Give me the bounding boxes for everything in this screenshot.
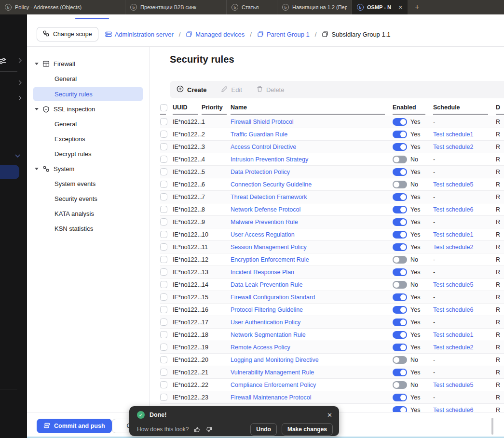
change-scope-button[interactable]: Change scope <box>37 27 98 41</box>
select-all-checkbox[interactable] <box>160 104 167 111</box>
row-checkbox[interactable] <box>160 256 167 263</box>
row-checkbox[interactable] <box>160 206 167 213</box>
browser-tab[interactable]: bПрезентации B2B синк <box>125 0 227 14</box>
tree-item-security-events[interactable]: Security events <box>27 191 149 206</box>
enabled-toggle[interactable] <box>393 331 407 339</box>
tree-item-general[interactable]: General <box>27 71 149 86</box>
rule-name-link[interactable]: Logging and Monitoring Directive <box>231 357 393 363</box>
rule-name-link[interactable]: Encryption Enforcement Rule <box>231 256 393 263</box>
row-checkbox[interactable] <box>160 218 167 226</box>
schedule-cell[interactable]: Test schedule1 <box>433 231 496 238</box>
tree-item-security-rules[interactable]: Security rules <box>33 87 143 101</box>
row-checkbox[interactable] <box>160 281 167 288</box>
rail-selected-item[interactable] <box>0 165 19 179</box>
browser-tab[interactable]: bOSMP - NGFW✕ <box>352 0 408 14</box>
enabled-toggle[interactable] <box>393 206 407 213</box>
enabled-toggle[interactable] <box>393 356 407 364</box>
new-tab-button[interactable]: + <box>408 0 427 14</box>
chevron-right-icon[interactable] <box>17 80 22 85</box>
row-checkbox[interactable] <box>160 156 167 163</box>
breadcrumb-item[interactable]: Administration server <box>105 31 174 38</box>
rule-name-link[interactable]: Remote Access Policy <box>231 344 393 351</box>
enabled-toggle[interactable] <box>393 281 407 289</box>
rule-name-link[interactable]: Network Segmentation Rule <box>231 332 393 338</box>
enabled-toggle[interactable] <box>393 394 407 401</box>
make-changes-button[interactable]: Make changes <box>282 423 333 436</box>
enabled-toggle[interactable] <box>393 218 407 226</box>
enabled-toggle[interactable] <box>393 143 407 151</box>
undo-button[interactable]: Undo <box>250 423 277 436</box>
enabled-toggle[interactable] <box>393 369 407 376</box>
rule-name-link[interactable]: Firewall Configuration Standard <box>231 294 393 301</box>
enabled-toggle[interactable] <box>393 306 407 314</box>
tree-item-firewall[interactable]: Firewall <box>27 56 149 71</box>
chevron-right-icon[interactable] <box>17 58 22 63</box>
enabled-toggle[interactable] <box>393 131 407 138</box>
schedule-cell[interactable]: Test schedule5 <box>433 281 496 288</box>
row-checkbox[interactable] <box>160 243 167 251</box>
rule-name-link[interactable]: Vulnerability Management Rule <box>231 369 393 376</box>
rule-name-link[interactable]: Intrusion Prevention Strategy <box>231 156 393 163</box>
schedule-cell[interactable]: Test schedule2 <box>433 244 496 251</box>
browser-tab[interactable]: bPolicy - Addresses (Objects) <box>0 0 125 14</box>
browser-tab[interactable]: bСтатья <box>227 0 277 14</box>
enabled-toggle[interactable] <box>393 243 407 251</box>
chevron-down-icon[interactable] <box>15 153 20 158</box>
tab-close-icon[interactable]: ✕ <box>398 4 403 11</box>
tree-item-general[interactable]: General <box>27 117 149 132</box>
close-icon[interactable]: ✕ <box>327 411 332 419</box>
enabled-toggle[interactable] <box>393 319 407 326</box>
rule-name-link[interactable]: User Authentication Policy <box>231 319 393 326</box>
schedule-cell[interactable]: Test schedule5 <box>433 181 496 188</box>
schedule-cell[interactable]: Test schedule1 <box>433 332 496 338</box>
rule-name-link[interactable]: User Access Regulation <box>231 231 393 238</box>
enabled-toggle[interactable] <box>393 293 407 301</box>
rule-name-link[interactable]: Protocol Filtering Guideline <box>231 306 393 313</box>
commit-and-push-button[interactable]: Commit and push <box>37 419 112 433</box>
breadcrumb-item[interactable]: Parent Group 1 <box>257 31 310 38</box>
row-checkbox[interactable] <box>160 118 167 125</box>
schedule-cell[interactable]: Test schedule6 <box>433 206 496 213</box>
enabled-toggle[interactable] <box>393 181 407 188</box>
thumbs-down-icon[interactable] <box>205 426 213 433</box>
rule-name-link[interactable]: Data Leak Prevention Rule <box>231 281 393 288</box>
schedule-cell[interactable]: Test schedule2 <box>433 344 496 351</box>
tree-item-system-events[interactable]: System events <box>27 176 149 191</box>
delete-button[interactable]: Delete <box>257 86 285 94</box>
row-checkbox[interactable] <box>160 131 167 138</box>
tree-item-ssl-inspection[interactable]: SSL inspection <box>27 102 149 117</box>
row-checkbox[interactable] <box>160 369 167 376</box>
rule-name-link[interactable]: Data Protection Policy <box>231 169 393 175</box>
caret-down-icon[interactable] <box>35 168 39 170</box>
rule-name-link[interactable]: Malware Prevention Rule <box>231 219 393 226</box>
enabled-toggle[interactable] <box>393 156 407 163</box>
rule-name-link[interactable]: Compliance Enforcement Policy <box>231 382 393 388</box>
row-checkbox[interactable] <box>160 381 167 388</box>
tree-item-ksn-statistics[interactable]: KSN statistics <box>27 221 149 236</box>
row-checkbox[interactable] <box>160 181 167 188</box>
schedule-cell[interactable]: Test schedule5 <box>433 382 496 388</box>
filters-sliders-icon[interactable] <box>0 57 7 67</box>
row-checkbox[interactable] <box>160 331 167 338</box>
enabled-toggle[interactable] <box>393 344 407 351</box>
schedule-cell[interactable]: Test schedule1 <box>433 131 496 138</box>
row-checkbox[interactable] <box>160 293 167 301</box>
rule-name-link[interactable]: Firewall Maintenance Protocol <box>231 394 393 401</box>
row-checkbox[interactable] <box>160 193 167 200</box>
row-checkbox[interactable] <box>160 394 167 401</box>
enabled-toggle[interactable] <box>393 268 407 276</box>
enabled-toggle[interactable] <box>393 231 407 239</box>
tree-item-kata-analysis[interactable]: KATA analysis <box>27 206 149 221</box>
enabled-toggle[interactable] <box>393 381 407 389</box>
rule-name-link[interactable]: Threat Detection Framework <box>231 194 393 200</box>
breadcrumb-item[interactable]: Managed devices <box>186 31 245 38</box>
schedule-cell[interactable]: Test schedule2 <box>433 144 496 150</box>
edit-button[interactable]: Edit <box>221 86 242 94</box>
row-checkbox[interactable] <box>160 268 167 276</box>
rule-name-link[interactable]: Firewall Shield Protocol <box>231 119 393 125</box>
row-checkbox[interactable] <box>160 306 167 313</box>
schedule-cell[interactable]: Test schedule6 <box>433 306 496 313</box>
row-checkbox[interactable] <box>160 143 167 150</box>
tree-item-exceptions[interactable]: Exceptions <box>27 132 149 146</box>
caret-down-icon[interactable] <box>35 63 39 65</box>
